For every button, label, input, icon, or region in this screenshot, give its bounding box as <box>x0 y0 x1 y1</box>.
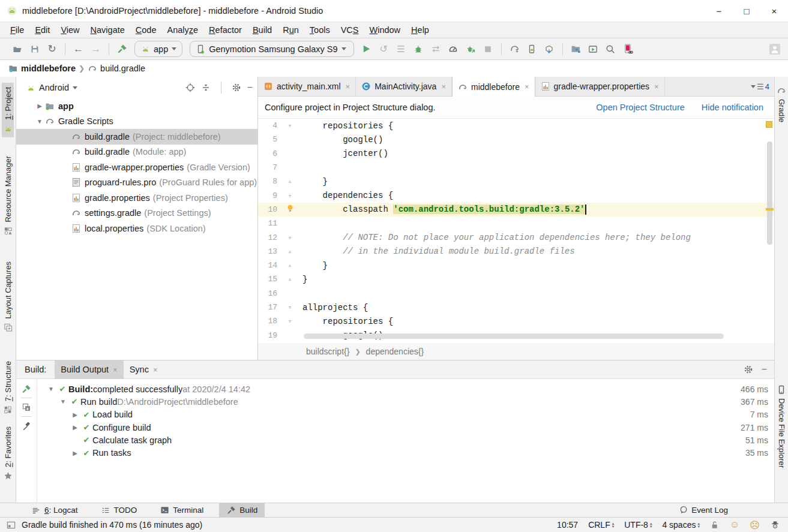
code-line[interactable]: 4▿ repositories { <box>258 119 774 133</box>
tree-row[interactable]: proguard-rules.pro(ProGuard Rules for ap… <box>16 175 257 191</box>
tree-row[interactable]: build.gradle(Project: middlebefore) <box>16 129 257 145</box>
restart-build-icon[interactable] <box>22 402 31 412</box>
stripe-tab---project[interactable]: 1: Project <box>2 83 14 137</box>
project-structure-icon[interactable] <box>567 41 585 57</box>
code-line[interactable]: 11 <box>258 217 774 230</box>
menu-item[interactable]: Refactor <box>203 25 247 35</box>
maximize-button[interactable]: □ <box>733 0 760 22</box>
code-line[interactable]: 10 classpath 'com.android.tools.build:gr… <box>258 203 774 217</box>
breadcrumb-dependencies[interactable]: dependencies{} <box>366 347 424 356</box>
menu-item[interactable]: Window <box>364 25 406 35</box>
stripe-tab-device-file-explorer[interactable]: Device File Explorer <box>775 381 787 472</box>
sdk-manager-icon[interactable] <box>541 41 558 57</box>
code-line[interactable]: 9▿ dependencies { <box>258 188 774 202</box>
menu-item[interactable]: Build <box>247 25 277 35</box>
profiler-icon[interactable] <box>619 41 637 57</box>
fold-marker-icon[interactable]: ▵ <box>277 262 302 269</box>
build-tab-build-output[interactable]: Build Output× <box>55 360 123 379</box>
tree-expander-icon[interactable]: ▶ <box>34 103 45 109</box>
gradle-sync-icon[interactable] <box>506 41 523 57</box>
sad-face-icon[interactable]: ☹ <box>750 519 760 531</box>
code-line[interactable]: 6 jcenter() <box>258 147 774 161</box>
avatar[interactable] <box>766 41 783 57</box>
fold-marker-icon[interactable]: ▿ <box>277 234 302 242</box>
tree-row[interactable]: settings.gradle(Project Settings) <box>16 206 257 221</box>
event-log-button[interactable]: Event Log <box>691 506 728 515</box>
build-tree-row[interactable]: ✔Calculate task graph51 ms <box>37 434 774 446</box>
close-icon[interactable]: × <box>441 82 446 91</box>
stripe-tab---favorites[interactable]: 2: Favorites <box>2 422 14 485</box>
editor-tab-gradle-wrapper-properties[interactable]: gradle-wrapper.properties× <box>535 77 665 96</box>
inspection-status-indicator[interactable] <box>766 121 772 128</box>
sync-icon[interactable]: ↻ <box>43 41 61 57</box>
save-icon[interactable] <box>26 41 43 57</box>
readonly-lock-icon[interactable] <box>710 520 720 530</box>
tree-row[interactable]: gradle.properties(Project Properties) <box>16 190 257 206</box>
attach-debugger-icon[interactable]: ⮂︎ <box>427 41 445 57</box>
tree-row[interactable]: gradle-wrapper.properties(Gradle Version… <box>16 160 257 175</box>
minimize-button[interactable]: − <box>705 0 733 22</box>
fold-marker-icon[interactable]: ▵ <box>277 178 302 185</box>
code-line[interactable]: 14▵ } <box>258 259 774 272</box>
project-view-selector[interactable]: Android <box>39 83 69 92</box>
tab-overflow-dropdown[interactable]: ☰4 <box>751 77 774 96</box>
stripe-tab---structure[interactable]: 7: Structure <box>2 357 14 419</box>
open-icon[interactable] <box>8 41 26 57</box>
close-icon[interactable]: × <box>153 365 158 374</box>
fold-marker-icon[interactable]: ▵ <box>277 275 302 283</box>
inspection-profile-icon[interactable] <box>770 520 780 530</box>
build-tab-sync[interactable]: Sync× <box>124 360 164 379</box>
menu-item[interactable]: Code <box>130 25 162 35</box>
fold-marker-icon[interactable]: ▿ <box>277 303 302 311</box>
fold-marker-icon[interactable]: ▵ <box>277 248 302 256</box>
happy-face-icon[interactable]: ☺ <box>730 519 739 530</box>
code-line[interactable]: 7 <box>258 161 774 175</box>
indent-selector[interactable]: 4 spaces▴▾ <box>662 520 700 530</box>
breadcrumb-file[interactable]: build.gradle <box>100 64 145 73</box>
stop-icon[interactable] <box>480 41 497 57</box>
fold-marker-icon[interactable]: ▿ <box>277 317 302 325</box>
pin-icon[interactable] <box>22 421 31 431</box>
tree-expander-icon[interactable]: ▶ <box>70 424 80 431</box>
stripe-tab-gradle[interactable]: Gradle <box>775 82 787 127</box>
back-icon[interactable]: ← <box>70 41 87 57</box>
hide-notification-link[interactable]: Hide notification <box>702 103 763 112</box>
close-icon[interactable]: × <box>654 82 659 91</box>
build-hammer-icon[interactable] <box>22 384 31 393</box>
tree-expander-icon[interactable]: ▼ <box>34 118 45 125</box>
menu-item[interactable]: Run <box>277 25 304 35</box>
breadcrumb-buildscript[interactable]: buildscript{} <box>306 347 349 356</box>
build-tree-row[interactable]: ▶✔Configure build271 ms <box>37 421 774 434</box>
menu-item[interactable]: Edit <box>29 25 55 35</box>
close-icon[interactable]: × <box>346 82 350 91</box>
menu-item[interactable]: Help <box>406 25 435 35</box>
fold-marker-icon[interactable]: ▿ <box>277 122 302 130</box>
locate-file-icon[interactable] <box>185 83 195 92</box>
settings-gear-icon[interactable] <box>744 365 753 374</box>
horizontal-scrollbar[interactable] <box>304 333 724 339</box>
tree-expander-icon[interactable]: ▼ <box>46 386 56 392</box>
menu-item[interactable]: Analyze <box>162 25 204 35</box>
code-line[interactable]: 15▵} <box>258 272 774 286</box>
search-everywhere-icon[interactable] <box>602 41 619 57</box>
encoding-selector[interactable]: UTF-8▴▾ <box>624 520 652 530</box>
tree-expander-icon[interactable]: ▶ <box>70 411 80 418</box>
tool-window-toggle-icon[interactable] <box>6 520 16 530</box>
code-line[interactable]: 16 <box>258 287 774 300</box>
scrollbar-warning-mark[interactable] <box>766 208 774 211</box>
stripe-tab-resource-manager[interactable]: Resource Manager <box>2 152 14 240</box>
quickfix-bulb-icon[interactable] <box>277 204 302 215</box>
run-configuration-selector[interactable]: app <box>134 41 182 57</box>
bottom-tab-todo[interactable]: TODO <box>94 503 145 518</box>
device-selector[interactable]: Genymotion Samsung Galaxy S9 <box>190 41 353 57</box>
close-icon[interactable]: × <box>113 365 118 374</box>
menu-item[interactable]: View <box>55 25 85 35</box>
menu-item[interactable]: Tools <box>304 25 335 35</box>
editor-tab-middlebefore[interactable]: middlebefore× <box>452 77 535 97</box>
apply-code-changes-icon[interactable]: ☰ <box>392 41 410 57</box>
tree-expander-icon[interactable]: ▶ <box>70 450 80 456</box>
menu-item[interactable]: File <box>5 25 29 35</box>
hide-panel-icon[interactable]: − <box>247 82 253 93</box>
forward-icon[interactable]: → <box>87 41 104 57</box>
build-tree-row[interactable]: ▼✔Build: completed successfully at 2020/… <box>37 383 774 395</box>
